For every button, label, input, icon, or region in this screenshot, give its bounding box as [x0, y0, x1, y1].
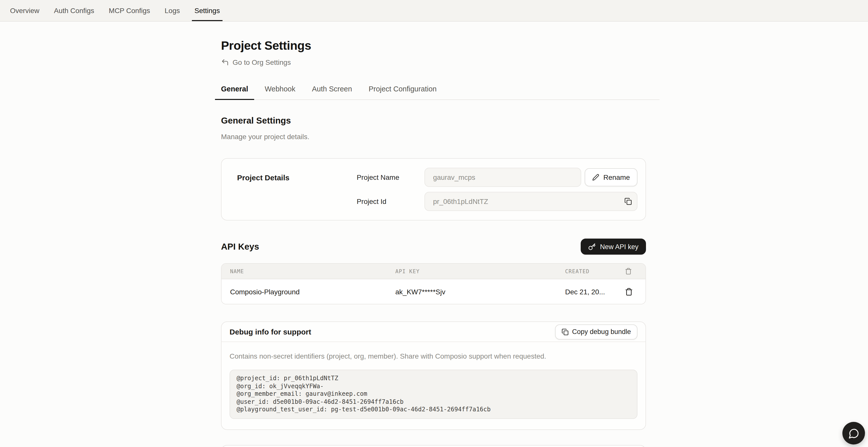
code-line: @project_id: pr_06th1pLdNtTZ — [237, 375, 338, 382]
tab-auth-screen[interactable]: Auth Screen — [306, 85, 358, 99]
api-key-created-cell: Dec 21, 20... — [565, 288, 625, 295]
copy-debug-bundle-button[interactable]: Copy debug bundle — [555, 324, 638, 339]
project-name-input[interactable] — [425, 168, 581, 187]
page-title: Project Settings — [221, 38, 659, 53]
debug-card-body: Contains non-secret identifiers (project… — [221, 342, 646, 429]
corner-up-left-icon — [221, 58, 229, 66]
nav-item-overview[interactable]: Overview — [10, 0, 39, 21]
rename-button-label: Rename — [603, 173, 630, 181]
delete-api-key-button[interactable] — [625, 288, 646, 295]
api-keys-section-head: API Keys New API key — [221, 238, 646, 255]
column-header-name: NAME — [230, 268, 395, 274]
project-id-label: Project Id — [356, 197, 425, 205]
debug-card-header: Debug info for support Copy debug bundle — [221, 322, 646, 342]
code-line: @org_id: ok_jVveqqkYFWa- — [237, 382, 324, 389]
tab-webhook[interactable]: Webhook — [259, 85, 301, 99]
next-section-card-partial — [221, 445, 646, 447]
chat-bubble-icon — [848, 428, 859, 439]
project-name-label: Project Name — [356, 173, 425, 181]
nav-item-auth-configs[interactable]: Auth Configs — [54, 0, 94, 21]
copy-project-id-button[interactable] — [624, 198, 632, 205]
project-settings-page: Overview Auth Configs MCP Configs Logs S… — [0, 0, 868, 447]
go-to-org-settings-link[interactable]: Go to Org Settings — [221, 58, 291, 66]
api-keys-table: NAME API KEY CREATED Composio-Playground… — [221, 263, 646, 305]
project-name-row: Project Name Rename — [356, 168, 638, 187]
tab-general[interactable]: General — [215, 85, 254, 100]
api-keys-heading: API Keys — [221, 241, 259, 252]
project-details-card: Project Details Project Name Rename — [221, 158, 646, 221]
pencil-icon — [592, 174, 599, 181]
code-line: @org_member_email: gaurav@inkeep.com — [237, 390, 367, 397]
project-id-input-wrap — [425, 192, 638, 211]
trash-icon — [625, 288, 633, 295]
nav-item-logs[interactable]: Logs — [165, 0, 180, 21]
copy-debug-bundle-label: Copy debug bundle — [572, 328, 631, 336]
chat-widget-button[interactable] — [842, 422, 865, 445]
code-line: @user_id: d5e001b0-09ac-46d2-8451-2694ff… — [237, 398, 404, 405]
settings-tabs: General Webhook Auth Screen Project Conf… — [215, 85, 659, 100]
api-key-name-cell: Composio-Playground — [230, 288, 395, 295]
trash-icon — [625, 268, 646, 275]
general-settings-heading: General Settings — [221, 116, 659, 126]
column-header-api-key: API KEY — [395, 268, 565, 274]
project-details-fields: Project Name Rename Project Id — [356, 168, 638, 211]
content-column: Project Settings Go to Org Settings Gene… — [221, 38, 659, 447]
general-settings-subheading: Manage your project details. — [221, 133, 659, 140]
api-keys-table-header: NAME API KEY CREATED — [221, 264, 646, 279]
debug-code-block: @project_id: pr_06th1pLdNtTZ @org_id: ok… — [229, 370, 638, 419]
key-icon — [588, 243, 596, 250]
top-nav: Overview Auth Configs MCP Configs Logs S… — [0, 0, 868, 22]
code-line: @playground_test_user_id: pg-test-d5e001… — [237, 406, 491, 413]
nav-item-settings[interactable]: Settings — [194, 0, 220, 21]
project-id-input[interactable] — [425, 192, 638, 211]
debug-card-title: Debug info for support — [229, 327, 311, 336]
debug-description: Contains non-secret identifiers (project… — [229, 352, 638, 360]
copy-icon — [562, 328, 569, 335]
api-key-value-cell: ak_KW7*****Sjv — [395, 288, 565, 295]
nav-item-mcp-configs[interactable]: MCP Configs — [109, 0, 150, 21]
new-api-key-button-label: New API key — [600, 243, 639, 250]
project-details-card-title: Project Details — [229, 168, 356, 211]
table-row: Composio-Playground ak_KW7*****Sjv Dec 2… — [221, 279, 646, 304]
copy-icon — [624, 198, 632, 205]
rename-button[interactable]: Rename — [585, 168, 638, 186]
project-id-row: Project Id — [356, 192, 638, 211]
column-header-created: CREATED — [565, 268, 625, 274]
tab-project-configuration[interactable]: Project Configuration — [363, 85, 443, 99]
new-api-key-button[interactable]: New API key — [581, 238, 646, 255]
go-to-org-settings-label: Go to Org Settings — [232, 58, 291, 66]
debug-info-card: Debug info for support Copy debug bundle… — [221, 321, 646, 430]
